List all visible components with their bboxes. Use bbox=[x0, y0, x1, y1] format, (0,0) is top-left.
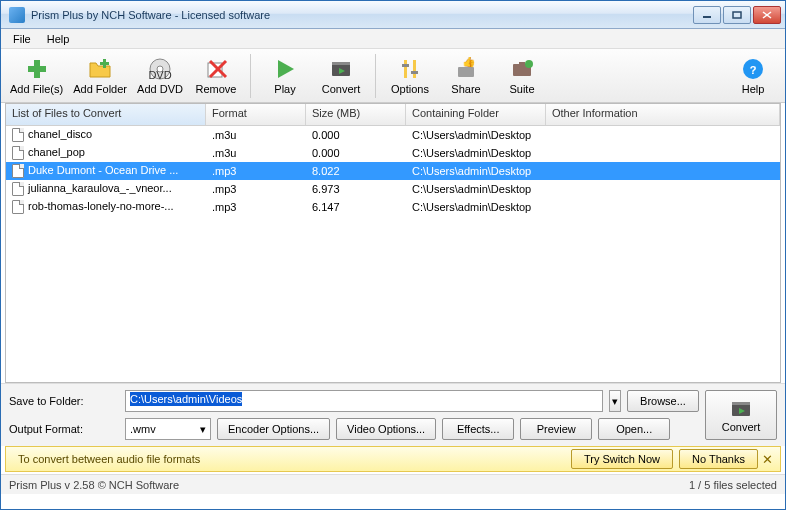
help-button[interactable]: ? Help bbox=[725, 51, 781, 101]
file-icon bbox=[12, 182, 24, 196]
file-icon bbox=[12, 164, 24, 178]
save-folder-input[interactable]: C:\Users\admin\Videos bbox=[125, 390, 603, 412]
save-folder-dropdown-icon[interactable]: ▾ bbox=[609, 390, 621, 412]
svg-rect-22 bbox=[458, 67, 474, 77]
file-icon bbox=[12, 146, 24, 160]
controls-panel: Save to Folder: C:\Users\admin\Videos ▾ … bbox=[1, 383, 785, 446]
notification-message: To convert between audio file formats bbox=[18, 453, 565, 465]
grid-header: List of Files to Convert Format Size (MB… bbox=[6, 104, 780, 126]
add-folder-button[interactable]: Add Folder bbox=[68, 51, 132, 101]
convert-main-button[interactable]: Convert bbox=[705, 390, 777, 440]
menubar: File Help bbox=[1, 29, 785, 49]
svg-rect-31 bbox=[732, 402, 750, 405]
preview-button[interactable]: Preview bbox=[520, 418, 592, 440]
col-other[interactable]: Other Information bbox=[546, 104, 780, 125]
svg-rect-21 bbox=[411, 71, 418, 74]
convert-icon bbox=[329, 57, 353, 81]
menu-help[interactable]: Help bbox=[39, 31, 78, 47]
app-icon bbox=[9, 7, 25, 23]
maximize-button[interactable] bbox=[723, 6, 751, 24]
svg-rect-7 bbox=[100, 62, 109, 65]
svg-rect-26 bbox=[519, 62, 525, 65]
remove-icon bbox=[204, 57, 228, 81]
col-format[interactable]: Format bbox=[206, 104, 306, 125]
add-files-button[interactable]: Add File(s) bbox=[5, 51, 68, 101]
table-row[interactable]: rob-thomas-lonely-no-more-....mp36.147C:… bbox=[6, 198, 780, 216]
options-icon bbox=[398, 57, 422, 81]
file-grid: List of Files to Convert Format Size (MB… bbox=[5, 103, 781, 383]
share-icon: 👍 bbox=[454, 57, 478, 81]
suite-icon bbox=[510, 57, 534, 81]
svg-text:DVD: DVD bbox=[148, 69, 171, 81]
file-icon bbox=[12, 128, 24, 142]
chevron-down-icon: ▾ bbox=[200, 423, 206, 436]
table-row[interactable]: julianna_karaulova_-_vneor....mp36.973C:… bbox=[6, 180, 780, 198]
notification-bar: To convert between audio file formats Tr… bbox=[5, 446, 781, 472]
play-button[interactable]: Play bbox=[257, 51, 313, 101]
minimize-button[interactable] bbox=[693, 6, 721, 24]
share-button[interactable]: 👍 Share bbox=[438, 51, 494, 101]
encoder-options-button[interactable]: Encoder Options... bbox=[217, 418, 330, 440]
close-button[interactable] bbox=[753, 6, 781, 24]
menu-file[interactable]: File bbox=[5, 31, 39, 47]
table-row[interactable]: Duke Dumont - Ocean Drive ....mp38.022C:… bbox=[6, 162, 780, 180]
folder-plus-icon bbox=[88, 57, 112, 81]
remove-button[interactable]: Remove bbox=[188, 51, 244, 101]
table-row[interactable]: chanel_pop.m3u0.000C:\Users\admin\Deskto… bbox=[6, 144, 780, 162]
svg-text:👍: 👍 bbox=[462, 57, 476, 68]
svg-rect-1 bbox=[733, 12, 741, 18]
browse-button[interactable]: Browse... bbox=[627, 390, 699, 412]
svg-point-27 bbox=[525, 60, 533, 68]
status-left: Prism Plus v 2.58 © NCH Software bbox=[9, 479, 179, 491]
suite-button[interactable]: Suite bbox=[494, 51, 550, 101]
svg-rect-5 bbox=[28, 66, 46, 72]
save-folder-label: Save to Folder: bbox=[9, 395, 119, 407]
svg-text:?: ? bbox=[750, 64, 757, 76]
open-button[interactable]: Open... bbox=[598, 418, 670, 440]
add-dvd-button[interactable]: DVD Add DVD bbox=[132, 51, 188, 101]
table-row[interactable]: chanel_disco.m3u0.000C:\Users\admin\Desk… bbox=[6, 126, 780, 144]
try-switch-button[interactable]: Try Switch Now bbox=[571, 449, 673, 469]
file-icon bbox=[12, 200, 24, 214]
video-options-button[interactable]: Video Options... bbox=[336, 418, 436, 440]
col-folder[interactable]: Containing Folder bbox=[406, 104, 546, 125]
plus-green-icon bbox=[25, 57, 49, 81]
toolbar: Add File(s) Add Folder DVD Add DVD Remov… bbox=[1, 49, 785, 103]
dvd-icon: DVD bbox=[148, 57, 172, 81]
status-right: 1 / 5 files selected bbox=[689, 479, 777, 491]
statusbar: Prism Plus v 2.58 © NCH Software 1 / 5 f… bbox=[1, 474, 785, 494]
no-thanks-button[interactable]: No Thanks bbox=[679, 449, 758, 469]
col-files[interactable]: List of Files to Convert bbox=[6, 104, 206, 125]
titlebar: Prism Plus by NCH Software - Licensed so… bbox=[1, 1, 785, 29]
convert-icon bbox=[729, 397, 753, 421]
notification-close-icon[interactable]: ✕ bbox=[758, 452, 776, 467]
svg-rect-20 bbox=[402, 64, 409, 67]
effects-button[interactable]: Effects... bbox=[442, 418, 514, 440]
play-icon bbox=[273, 57, 297, 81]
options-button[interactable]: Options bbox=[382, 51, 438, 101]
svg-rect-16 bbox=[332, 62, 350, 65]
svg-rect-18 bbox=[404, 60, 407, 78]
convert-button[interactable]: Convert bbox=[313, 51, 369, 101]
help-icon: ? bbox=[741, 57, 765, 81]
col-size[interactable]: Size (MB) bbox=[306, 104, 406, 125]
grid-body: chanel_disco.m3u0.000C:\Users\admin\Desk… bbox=[6, 126, 780, 382]
svg-marker-14 bbox=[278, 60, 294, 78]
window-title: Prism Plus by NCH Software - Licensed so… bbox=[31, 9, 691, 21]
output-format-select[interactable]: .wmv▾ bbox=[125, 418, 211, 440]
svg-rect-19 bbox=[413, 60, 416, 78]
output-format-label: Output Format: bbox=[9, 423, 119, 435]
